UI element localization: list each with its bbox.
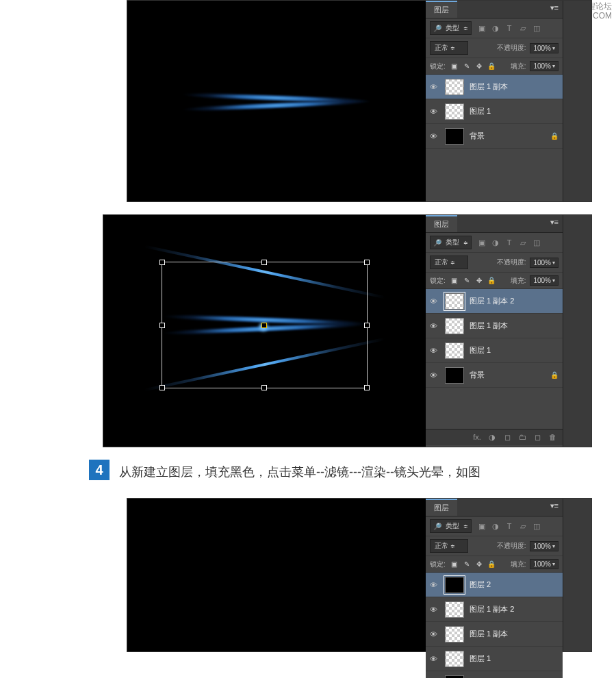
fill-label: 填充:: [511, 560, 526, 569]
layer-item[interactable]: 👁 背景 🔒: [426, 363, 563, 388]
visibility-eye-icon[interactable]: 👁: [430, 297, 439, 306]
filter-adjust-icon[interactable]: ◑: [491, 238, 500, 247]
layer-kind-select[interactable]: 🔎 类型 ≑: [430, 519, 472, 533]
group-icon[interactable]: 🗀: [517, 433, 527, 442]
layer-item[interactable]: 👁 图层 1 副本 2: [426, 597, 563, 622]
handle-center[interactable]: [261, 323, 267, 328]
visibility-eye-icon[interactable]: 👁: [430, 371, 439, 379]
layer-item[interactable]: 👁 图层 1 副本: [426, 622, 563, 647]
visibility-eye-icon[interactable]: 👁: [430, 108, 439, 116]
delete-icon[interactable]: 🗑: [548, 433, 557, 442]
lock-all-icon[interactable]: 🔒: [487, 277, 496, 284]
layer-name: 图层 1: [470, 653, 491, 664]
panel-title-tab[interactable]: 图层: [426, 499, 457, 516]
opacity-label: 不透明度:: [497, 541, 526, 551]
new-layer-icon[interactable]: ◻: [532, 433, 542, 442]
visibility-eye-icon[interactable]: 👁: [430, 132, 439, 140]
filter-smart-icon[interactable]: ◫: [532, 522, 541, 531]
handle-bot-mid[interactable]: [261, 385, 267, 390]
blend-mode-select[interactable]: 正常 ≑: [430, 41, 468, 55]
filter-smart-icon[interactable]: ◫: [532, 238, 541, 247]
panel-title-tab[interactable]: 图层: [426, 215, 457, 232]
panel-menu-icon[interactable]: ▾≡: [546, 1, 563, 18]
filter-adjust-icon[interactable]: ◑: [491, 24, 500, 33]
lock-transparent-icon[interactable]: ▣: [450, 277, 459, 284]
filter-pixel-icon[interactable]: ▣: [477, 522, 487, 531]
lock-position-icon[interactable]: ✥: [474, 560, 484, 568]
handle-mid-right[interactable]: [364, 323, 370, 328]
layer-name: 图层 1: [470, 106, 491, 116]
panel-title-tab[interactable]: 图层: [426, 1, 457, 18]
panel-menu-icon[interactable]: ▾≡: [546, 215, 563, 232]
mask-icon[interactable]: ◑: [487, 433, 497, 442]
layer-item[interactable]: 👁 背景 🔒: [426, 124, 563, 149]
filter-pixel-icon[interactable]: ▣: [477, 238, 487, 247]
handle-mid-left[interactable]: [159, 323, 165, 328]
handle-bot-right[interactable]: [364, 385, 370, 390]
visibility-eye-icon[interactable]: 👁: [430, 630, 439, 638]
layer-name: 图层 1 副本 2: [470, 604, 514, 614]
blend-mode-select[interactable]: 正常 ≑: [430, 256, 468, 269]
fill-label: 填充:: [511, 276, 526, 286]
handle-top-mid[interactable]: [261, 260, 267, 265]
filter-smart-icon[interactable]: ◫: [532, 24, 541, 33]
visibility-eye-icon[interactable]: 👁: [430, 347, 439, 355]
canvas-area: [127, 499, 426, 651]
lock-all-icon[interactable]: 🔒: [487, 560, 496, 568]
visibility-eye-icon[interactable]: 👁: [430, 83, 439, 91]
layer-name: 背景: [470, 131, 485, 141]
panel-menu-icon[interactable]: ▾≡: [546, 499, 563, 516]
opacity-value[interactable]: 100%▾: [530, 43, 559, 53]
filter-shape-icon[interactable]: ▱: [518, 522, 528, 531]
step-text: 从新建立图层，填充黑色，点击菜单--滤镜---渲染--镜头光晕，如图: [119, 460, 480, 484]
lock-position-icon[interactable]: ✥: [474, 277, 484, 284]
layers-panel: 图层 ▾≡ 🔎 类型 ≑ ▣ ◑ T ▱ ◫ 正常 ≑ 不透明度: 100%▾ …: [426, 499, 563, 651]
opacity-value[interactable]: 100%▾: [530, 258, 559, 268]
lock-paint-icon[interactable]: ✎: [462, 277, 472, 284]
opacity-label: 不透明度:: [497, 43, 526, 53]
handle-bot-left[interactable]: [159, 385, 165, 390]
layer-item[interactable]: 👁 图层 1: [426, 99, 563, 124]
layer-item[interactable]: 👁 图层 1: [426, 647, 563, 671]
visibility-eye-icon[interactable]: 👁: [430, 655, 439, 663]
step-4: 4 从新建立图层，填充黑色，点击菜单--滤镜---渲染--镜头光晕，如图: [89, 460, 527, 484]
visibility-eye-icon[interactable]: 👁: [430, 322, 439, 330]
layer-item[interactable]: 👁 图层 1: [426, 338, 563, 363]
opacity-value[interactable]: 100%▾: [530, 541, 559, 551]
layer-kind-select[interactable]: 🔎 类型 ≑: [430, 236, 472, 249]
opacity-label: 不透明度:: [497, 258, 526, 267]
lock-all-icon[interactable]: 🔒: [487, 62, 496, 70]
filter-type-icon[interactable]: T: [504, 24, 514, 33]
filter-pixel-icon[interactable]: ▣: [477, 24, 487, 33]
fx-icon[interactable]: fx.: [472, 433, 482, 442]
layer-item[interactable]: 👁 图层 1 副本: [426, 75, 563, 99]
layer-item[interactable]: 👁 图层 2: [426, 573, 563, 597]
layer-item[interactable]: 👁 背景 🔒: [426, 671, 563, 678]
fill-value[interactable]: 100%▾: [530, 559, 559, 569]
layer-item[interactable]: 👁 图层 1 副本: [426, 314, 563, 338]
lock-paint-icon[interactable]: ✎: [462, 62, 472, 70]
filter-adjust-icon[interactable]: ◑: [491, 522, 500, 531]
visibility-eye-icon[interactable]: 👁: [430, 581, 439, 589]
filter-type-icon[interactable]: T: [504, 238, 514, 247]
filter-type-icon[interactable]: T: [504, 522, 514, 531]
lock-paint-icon[interactable]: ✎: [462, 560, 472, 568]
filter-shape-icon[interactable]: ▱: [518, 238, 528, 247]
filter-shape-icon[interactable]: ▱: [518, 24, 528, 33]
blend-mode-select[interactable]: 正常 ≑: [430, 539, 468, 553]
handle-top-right[interactable]: [364, 260, 370, 265]
layers-panel: 图层 ▾≡ 🔎 类型 ≑ ▣ ◑ T ▱ ◫ 正常 ≑ 不透明度: 100%▾ …: [426, 215, 563, 447]
adjustment-icon[interactable]: ◻: [502, 433, 512, 442]
lock-position-icon[interactable]: ✥: [474, 62, 484, 70]
visibility-eye-icon[interactable]: 👁: [430, 606, 439, 614]
layer-kind-select[interactable]: 🔎 类型 ≑: [430, 21, 472, 35]
transform-box[interactable]: [162, 262, 368, 389]
fill-value[interactable]: 100%▾: [530, 61, 559, 71]
lock-transparent-icon[interactable]: ▣: [450, 560, 459, 568]
layer-name: 图层 1 副本: [470, 629, 508, 639]
fill-value[interactable]: 100%▾: [530, 275, 559, 286]
layer-name: 图层 1: [470, 345, 491, 356]
layer-item[interactable]: 👁 图层 1 副本 2: [426, 289, 563, 314]
handle-top-left[interactable]: [159, 260, 165, 265]
lock-transparent-icon[interactable]: ▣: [450, 62, 459, 70]
